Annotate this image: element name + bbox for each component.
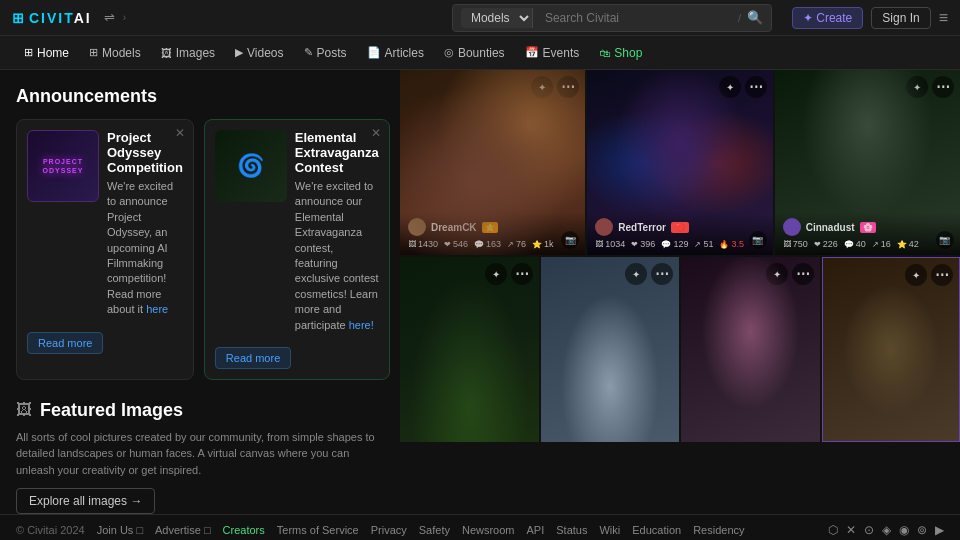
username-food[interactable]: DreamCK bbox=[431, 222, 477, 233]
reddit-icon[interactable]: ◉ bbox=[899, 523, 909, 537]
nav-item-shop[interactable]: 🛍 Shop bbox=[591, 42, 650, 64]
nav-item-articles[interactable]: 📄 Articles bbox=[359, 42, 432, 64]
footer-newsroom[interactable]: Newsroom bbox=[462, 524, 515, 536]
tiktok-icon[interactable]: ◈ bbox=[882, 523, 891, 537]
search-input[interactable] bbox=[545, 11, 732, 25]
footer-advertise[interactable]: Advertise □ bbox=[155, 524, 211, 536]
wand-icon-robot[interactable]: ✦ bbox=[906, 76, 928, 98]
announcement-card-elemental: ✕ 🌀 Elemental Extravaganza Contest We're… bbox=[204, 119, 390, 380]
image-card-pink[interactable]: ✦ ⋯ bbox=[681, 257, 820, 442]
featured-section-icon: 🖼 bbox=[16, 401, 32, 419]
wand-icon-pink[interactable]: ✦ bbox=[766, 263, 788, 285]
instagram-icon[interactable]: ⊙ bbox=[864, 523, 874, 537]
stat-likes-wizard: ❤ 396 bbox=[631, 239, 655, 249]
create-button[interactable]: ✦ Create bbox=[792, 7, 863, 29]
ann-desc-elemental: We're excited to announce our Elemental … bbox=[295, 179, 379, 333]
logo[interactable]: ⊞ CIVITAI bbox=[12, 10, 92, 26]
footer-wiki[interactable]: Wiki bbox=[599, 524, 620, 536]
hamburger-menu-icon[interactable]: ≡ bbox=[939, 9, 948, 27]
translate-icon[interactable]: ⇌ bbox=[104, 10, 115, 25]
image-card-hat[interactable]: ✦ ⋯ bbox=[541, 257, 680, 442]
bounties-icon: ◎ bbox=[444, 46, 454, 59]
stats-robot: 🖼 750 ❤ 226 💬 40 ↗ 16 ⭐ 42 bbox=[783, 239, 952, 249]
live-badge-wizard: 🔴 bbox=[671, 222, 689, 233]
image-card-forest[interactable]: ✦ ⋯ bbox=[400, 257, 539, 442]
nav-item-home[interactable]: ⊞ Home bbox=[16, 42, 77, 64]
username-wizard[interactable]: RedTerror bbox=[618, 222, 666, 233]
logo-text: CIVITAI bbox=[29, 10, 92, 26]
image-card-robot[interactable]: ✦ ⋯ Cinnadust 🌸 🖼 750 ❤ 226 💬 40 ↗ 16 ⭐ bbox=[775, 70, 960, 255]
top-image-row: ✦ ⋯ DreamCK ⭐ 🖼 1430 ❤ 546 💬 163 ↗ 76 ⭐ bbox=[400, 70, 960, 255]
ann-thumb-elemental: 🌀 bbox=[215, 130, 287, 202]
stat-share-food: ↗ 76 bbox=[507, 239, 526, 249]
nav-item-videos[interactable]: ▶ Videos bbox=[227, 42, 291, 64]
more-options-statue[interactable]: ⋯ bbox=[931, 264, 953, 286]
wand-icon-hat[interactable]: ✦ bbox=[625, 263, 647, 285]
more-options-pink[interactable]: ⋯ bbox=[792, 263, 814, 285]
featured-description: All sorts of cool pictures created by ou… bbox=[16, 429, 384, 479]
nav-item-models[interactable]: ⊞ Models bbox=[81, 42, 149, 64]
stat-fire-wizard: 🔥 3.5 bbox=[719, 239, 744, 249]
footer-education[interactable]: Education bbox=[632, 524, 681, 536]
close-elemental-icon[interactable]: ✕ bbox=[371, 126, 381, 140]
more-options-wizard[interactable]: ⋯ bbox=[745, 76, 767, 98]
more-options-forest[interactable]: ⋯ bbox=[511, 263, 533, 285]
badge-food: ⭐ bbox=[482, 222, 498, 233]
read-more-elemental-button[interactable]: Read more bbox=[215, 347, 291, 369]
footer-creators[interactable]: Creators bbox=[223, 524, 265, 536]
more-options-hat[interactable]: ⋯ bbox=[651, 263, 673, 285]
footer-residency[interactable]: Residency bbox=[693, 524, 744, 536]
image-card-food[interactable]: ✦ ⋯ DreamCK ⭐ 🖼 1430 ❤ 546 💬 163 ↗ 76 ⭐ bbox=[400, 70, 585, 255]
close-odyssey-icon[interactable]: ✕ bbox=[175, 126, 185, 140]
announcements-title: Announcements bbox=[16, 86, 384, 107]
featured-images-section: 🖼 Featured Images All sorts of cool pict… bbox=[16, 400, 384, 515]
wand-icon-food[interactable]: ✦ bbox=[531, 76, 553, 98]
copyright: © Civitai 2024 bbox=[16, 524, 85, 536]
card-top-hat: ✦ ⋯ bbox=[625, 263, 673, 285]
ann-title-elemental: Elemental Extravaganza Contest bbox=[295, 130, 379, 175]
stat-share-robot: ↗ 16 bbox=[872, 239, 891, 249]
nav-home-label: Home bbox=[37, 46, 69, 60]
read-more-odyssey-button[interactable]: Read more bbox=[27, 332, 103, 354]
ann-body-elemental: Elemental Extravaganza Contest We're exc… bbox=[295, 130, 379, 333]
posts-icon: ✎ bbox=[304, 46, 313, 59]
wand-icon-wizard[interactable]: ✦ bbox=[719, 76, 741, 98]
youtube-icon[interactable]: ▶ bbox=[935, 523, 944, 537]
stat-star-robot: ⭐ 42 bbox=[897, 239, 919, 249]
explore-all-images-button[interactable]: Explore all images → bbox=[16, 488, 155, 514]
discord-icon[interactable]: ⬡ bbox=[828, 523, 838, 537]
search-icon[interactable]: 🔍 bbox=[747, 10, 763, 25]
more-options-robot[interactable]: ⋯ bbox=[932, 76, 954, 98]
ann-link-odyssey[interactable]: here bbox=[146, 303, 168, 315]
wand-icon-forest[interactable]: ✦ bbox=[485, 263, 507, 285]
footer-safety[interactable]: Safety bbox=[419, 524, 450, 536]
footer: © Civitai 2024 Join Us □ Advertise □ Cre… bbox=[0, 514, 960, 540]
wand-icon-statue[interactable]: ✦ bbox=[905, 264, 927, 286]
more-options-food[interactable]: ⋯ bbox=[557, 76, 579, 98]
nav-item-posts[interactable]: ✎ Posts bbox=[296, 42, 355, 64]
username-robot[interactable]: Cinnadust bbox=[806, 222, 855, 233]
images-icon: 🖼 bbox=[161, 47, 172, 59]
nav-item-bounties[interactable]: ◎ Bounties bbox=[436, 42, 513, 64]
footer-status[interactable]: Status bbox=[556, 524, 587, 536]
nav-item-events[interactable]: 📅 Events bbox=[517, 42, 588, 64]
models-dropdown[interactable]: Models bbox=[461, 8, 533, 28]
image-card-statue[interactable]: ✦ ⋯ bbox=[822, 257, 961, 442]
avatar-robot bbox=[783, 218, 801, 236]
image-card-wizard[interactable]: ✦ ⋯ RedTerror 🔴 🖼 1034 ❤ 396 💬 129 ↗ 51 bbox=[587, 70, 772, 255]
card-user-food: DreamCK ⭐ bbox=[408, 218, 577, 236]
nav-item-images[interactable]: 🖼 Images bbox=[153, 42, 223, 64]
nav-events-label: Events bbox=[543, 46, 580, 60]
footer-terms[interactable]: Terms of Service bbox=[277, 524, 359, 536]
events-icon: 📅 bbox=[525, 46, 539, 59]
announcements-grid: ✕ PROJECTODYSSEY Project Odyssey Competi… bbox=[16, 119, 384, 380]
videos-icon: ▶ bbox=[235, 46, 243, 59]
card-user-wizard: RedTerror 🔴 bbox=[595, 218, 764, 236]
sign-in-button[interactable]: Sign In bbox=[871, 7, 930, 29]
footer-api[interactable]: API bbox=[527, 524, 545, 536]
ann-link-elemental[interactable]: here! bbox=[349, 319, 374, 331]
footer-privacy[interactable]: Privacy bbox=[371, 524, 407, 536]
footer-join[interactable]: Join Us □ bbox=[97, 524, 143, 536]
github-icon[interactable]: ⊚ bbox=[917, 523, 927, 537]
twitter-icon[interactable]: ✕ bbox=[846, 523, 856, 537]
